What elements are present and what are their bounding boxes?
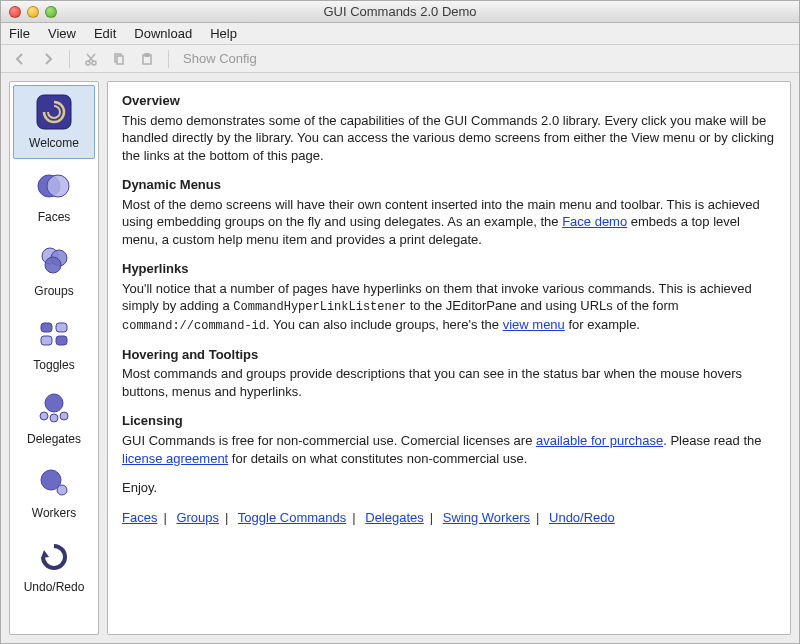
delegates-link[interactable]: Delegates [365, 510, 424, 525]
toolbar-separator [168, 50, 169, 68]
overview-text: This demo demonstrates some of the capab… [122, 112, 776, 165]
forward-button[interactable] [37, 48, 59, 70]
link-separator: | [163, 510, 166, 525]
toolbar-separator [69, 50, 70, 68]
sidebar-item-label: Toggles [33, 358, 74, 372]
paste-button[interactable] [136, 48, 158, 70]
hyperlinks-heading: Hyperlinks [122, 260, 776, 278]
svg-point-16 [45, 394, 63, 412]
link-separator: | [225, 510, 228, 525]
undo-redo-link[interactable]: Undo/Redo [549, 510, 615, 525]
overview-heading: Overview [122, 92, 776, 110]
groups-link[interactable]: Groups [176, 510, 219, 525]
svg-point-8 [47, 175, 69, 197]
svg-rect-15 [56, 336, 67, 345]
titlebar: GUI Commands 2.0 Demo [1, 1, 799, 23]
toggle-commands-link[interactable]: Toggle Commands [238, 510, 346, 525]
app-window: GUI Commands 2.0 Demo File View Edit Dow… [0, 0, 800, 644]
sidebar-item-workers[interactable]: Workers [13, 455, 95, 529]
cut-button[interactable] [80, 48, 102, 70]
link-separator: | [536, 510, 539, 525]
toolbar: Show Config [1, 45, 799, 73]
menu-file[interactable]: File [9, 26, 30, 41]
sidebar-item-label: Faces [38, 210, 71, 224]
dynamic-menus-heading: Dynamic Menus [122, 176, 776, 194]
purchase-link[interactable]: available for purchase [536, 433, 663, 448]
hyperlinks-text: You'll notice that a number of pages hav… [122, 280, 776, 334]
license-agreement-link[interactable]: license agreement [122, 451, 228, 466]
undo-redo-icon [34, 536, 74, 576]
back-button[interactable] [9, 48, 31, 70]
svg-point-21 [57, 485, 67, 495]
workers-icon [34, 462, 74, 502]
menu-view[interactable]: View [48, 26, 76, 41]
text-fragment: GUI Commands is free for non-commercial … [122, 433, 536, 448]
svg-point-17 [40, 412, 48, 420]
copy-button[interactable] [108, 48, 130, 70]
body: Welcome Faces [1, 73, 799, 643]
menu-help[interactable]: Help [210, 26, 237, 41]
svg-point-11 [45, 257, 61, 273]
face-demo-link[interactable]: Face demo [562, 214, 627, 229]
sidebar-item-label: Welcome [29, 136, 79, 150]
hovering-heading: Hovering and Tooltips [122, 346, 776, 364]
window-title: GUI Commands 2.0 Demo [1, 4, 799, 19]
text-fragment: to the JEditorPane and using URLs of the… [406, 298, 678, 313]
sidebar-item-faces[interactable]: Faces [13, 159, 95, 233]
link-separator: | [430, 510, 433, 525]
swing-workers-link[interactable]: Swing Workers [443, 510, 530, 525]
svg-rect-13 [56, 323, 67, 332]
text-fragment: . You can also include groups, here's th… [266, 317, 503, 332]
menubar: File View Edit Download Help [1, 23, 799, 45]
licensing-text: GUI Commands is free for non-commercial … [122, 432, 776, 467]
toggles-icon [34, 314, 74, 354]
sidebar-item-delegates[interactable]: Delegates [13, 381, 95, 455]
welcome-icon [34, 92, 74, 132]
faces-link[interactable]: Faces [122, 510, 157, 525]
menu-download[interactable]: Download [134, 26, 192, 41]
code-command-url: command://command-id [122, 319, 266, 333]
sidebar-item-label: Undo/Redo [24, 580, 85, 594]
sidebar: Welcome Faces [9, 81, 99, 635]
link-separator: | [352, 510, 355, 525]
sidebar-item-label: Groups [34, 284, 73, 298]
svg-rect-12 [41, 323, 52, 332]
menu-edit[interactable]: Edit [94, 26, 116, 41]
svg-rect-5 [145, 53, 149, 56]
text-fragment: . Please read the [663, 433, 761, 448]
sidebar-item-welcome[interactable]: Welcome [13, 85, 95, 159]
text-fragment: for details on what constitutes non-comm… [228, 451, 527, 466]
hovering-text: Most commands and groups provide descrip… [122, 365, 776, 400]
text-fragment: for example. [565, 317, 640, 332]
code-listener: CommandHyperLinkListener [233, 300, 406, 314]
sidebar-item-label: Delegates [27, 432, 81, 446]
licensing-heading: Licensing [122, 412, 776, 430]
groups-icon [34, 240, 74, 280]
enjoy-text: Enjoy. [122, 479, 776, 497]
sidebar-item-undo-redo[interactable]: Undo/Redo [13, 529, 95, 603]
svg-point-19 [60, 412, 68, 420]
sidebar-item-groups[interactable]: Groups [13, 233, 95, 307]
sidebar-item-toggles[interactable]: Toggles [13, 307, 95, 381]
sidebar-item-label: Workers [32, 506, 76, 520]
svg-point-18 [50, 414, 58, 422]
svg-rect-3 [117, 56, 123, 64]
delegates-icon [34, 388, 74, 428]
content-panel: Overview This demo demonstrates some of … [107, 81, 791, 635]
faces-icon [34, 166, 74, 206]
show-config-button[interactable]: Show Config [183, 51, 257, 66]
svg-rect-6 [37, 95, 71, 129]
view-menu-link[interactable]: view menu [503, 317, 565, 332]
dynamic-menus-text: Most of the demo screens will have their… [122, 196, 776, 249]
svg-rect-14 [41, 336, 52, 345]
bottom-links: Faces| Groups| Toggle Commands| Delegate… [122, 509, 776, 527]
